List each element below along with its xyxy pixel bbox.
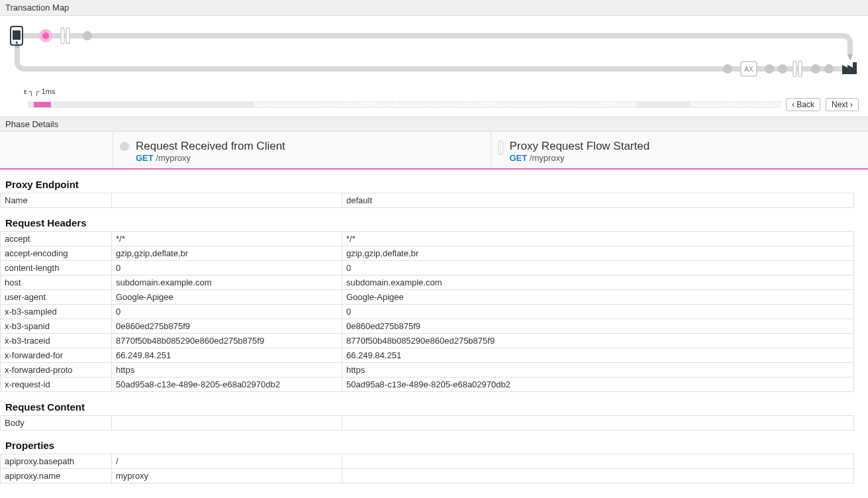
row-value-right: 50ad95a8-c13e-489e-8205-e68a02970db2: [342, 377, 854, 392]
row-label: x-forwarded-proto: [1, 363, 112, 377]
row-value-left: myproxy: [112, 469, 342, 483]
http-method: GET: [136, 153, 154, 163]
table-row: x-request-id50ad95a8-c13e-489e-8205-e68a…: [1, 377, 854, 392]
row-value-right: */*: [342, 232, 854, 246]
column-proxy-flow-started[interactable]: Proxy Request Flow Started GET /myproxy: [491, 132, 869, 168]
svg-marker-0: [847, 54, 853, 61]
phase-columns: Request Received from Client GET /myprox…: [0, 132, 868, 170]
row-label: apiproxy.basepath: [1, 454, 112, 469]
phase-details-header: Phase Details: [0, 117, 868, 132]
client-device-icon: [11, 26, 23, 45]
row-label: x-forwarded-for: [1, 348, 112, 363]
row-value-left: 66.249.84.251: [112, 348, 342, 363]
back-button[interactable]: ‹ Back: [786, 98, 820, 111]
svg-rect-3: [13, 30, 21, 40]
flow-node[interactable]: [723, 64, 732, 74]
table-row: user-agentGoogle-ApigeeGoogle-Apigee: [1, 290, 854, 305]
flow-node[interactable]: [765, 64, 774, 74]
svg-rect-6: [61, 28, 64, 44]
svg-rect-7: [66, 28, 70, 44]
row-value-right: 0e860ed275b875f9: [342, 319, 854, 334]
section-proxy-endpoint-title: Proxy Endpoint: [0, 170, 856, 193]
request-content-table: Body: [0, 415, 854, 430]
section-request-content-title: Request Content: [0, 392, 856, 415]
row-value-right: 8770f50b48b085290e860ed275b875f9: [342, 334, 854, 348]
http-method: GET: [510, 153, 528, 163]
row-value-right: 0: [342, 305, 854, 319]
row-value-left: [112, 416, 342, 430]
section-request-headers-title: Request Headers: [0, 208, 856, 231]
row-value-left: /: [112, 454, 342, 469]
column-title: Request Received from Client: [136, 140, 285, 153]
bars-icon: [498, 140, 503, 154]
table-row: x-b3-sampled00: [1, 305, 854, 319]
http-path: /myproxy: [530, 153, 565, 163]
phase-details-body: Proxy Endpoint Namedefault Request Heade…: [0, 170, 868, 483]
row-label: x-b3-sampled: [1, 305, 112, 319]
row-value-left: 0: [112, 305, 342, 319]
circle-icon: [120, 142, 129, 151]
request-headers-table: accept*/**/*accept-encodinggzip,gzip,def…: [0, 231, 854, 392]
row-value-right: default: [342, 193, 854, 208]
row-label: x-request-id: [1, 377, 112, 392]
svg-point-5: [42, 32, 49, 39]
phase-details-title: Phase Details: [5, 119, 58, 129]
svg-point-4: [16, 42, 18, 44]
target-server-icon: [842, 62, 857, 74]
row-label: x-b3-spanid: [1, 319, 112, 334]
properties-table: apiproxy.basepath/apiproxy.namemyproxy: [0, 454, 854, 483]
table-row: Body: [1, 416, 854, 430]
row-label: Body: [1, 416, 112, 430]
flow-node[interactable]: [824, 64, 834, 74]
table-row: apiproxy.namemyproxy: [1, 469, 854, 483]
table-row: accept*/**/*: [1, 232, 854, 246]
column-title: Proxy Request Flow Started: [510, 140, 650, 153]
flow-node[interactable]: [778, 64, 787, 74]
transaction-map-header: Transaction Map: [0, 0, 868, 16]
transaction-map-title: Transaction Map: [5, 3, 69, 13]
row-value-right: gzip,gzip,deflate,br: [342, 246, 854, 261]
column-request-received[interactable]: Request Received from Client GET /myprox…: [113, 132, 491, 168]
flow-node[interactable]: [83, 31, 92, 40]
row-value-left: 50ad95a8-c13e-489e-8205-e68a02970db2: [112, 377, 342, 392]
transaction-map-diagram: AX: [0, 16, 868, 95]
table-row: Namedefault: [1, 193, 854, 208]
row-value-right: subdomain.example.com: [342, 275, 854, 290]
row-label: host: [1, 275, 112, 290]
row-value-left: 8770f50b48b085290e860ed275b875f9: [112, 334, 342, 348]
row-value-right: [342, 454, 854, 469]
row-value-left: Google-Apigee: [112, 290, 342, 305]
http-path: /myproxy: [156, 153, 191, 163]
row-value-right: 66.249.84.251: [342, 348, 854, 363]
section-properties-title: Properties: [0, 430, 856, 454]
row-label: x-b3-traceid: [1, 334, 112, 348]
table-row: x-forwarded-for66.249.84.25166.249.84.25…: [1, 348, 854, 363]
row-value-right: 0: [342, 261, 854, 275]
table-row: x-b3-traceid8770f50b48b085290e860ed275b8…: [1, 334, 854, 348]
row-value-right: Google-Apigee: [342, 290, 854, 305]
row-value-left: gzip,gzip,deflate,br: [112, 246, 342, 261]
timeline: ε ┐┌ 1ms ‹ Back Next ›: [0, 95, 868, 117]
table-row: x-b3-spanid0e860ed275b875f90e860ed275b87…: [1, 319, 854, 334]
timeline-label: ε ┐┌ 1ms: [24, 87, 55, 95]
row-value-left: [112, 193, 342, 208]
table-row: content-length00: [1, 261, 854, 275]
row-label: accept-encoding: [1, 246, 112, 261]
row-value-right: https: [342, 363, 854, 377]
row-label: user-agent: [1, 290, 112, 305]
table-row: hostsubdomain.example.comsubdomain.examp…: [1, 275, 854, 290]
flow-node[interactable]: [811, 64, 820, 74]
row-label: content-length: [1, 261, 112, 275]
timeline-bar[interactable]: [28, 101, 781, 108]
table-row: apiproxy.basepath/: [1, 454, 854, 469]
row-value-right: [342, 469, 854, 483]
flow-diagram: AX: [9, 23, 859, 89]
svg-text:AX: AX: [744, 66, 753, 73]
row-value-left: */*: [112, 232, 342, 246]
row-label: apiproxy.name: [1, 469, 112, 483]
flow-ax-node[interactable]: AX: [741, 62, 757, 76]
row-value-right: [342, 416, 854, 430]
next-button[interactable]: Next ›: [826, 98, 859, 111]
row-value-left: 0e860ed275b875f9: [112, 319, 342, 334]
svg-rect-11: [798, 61, 802, 77]
